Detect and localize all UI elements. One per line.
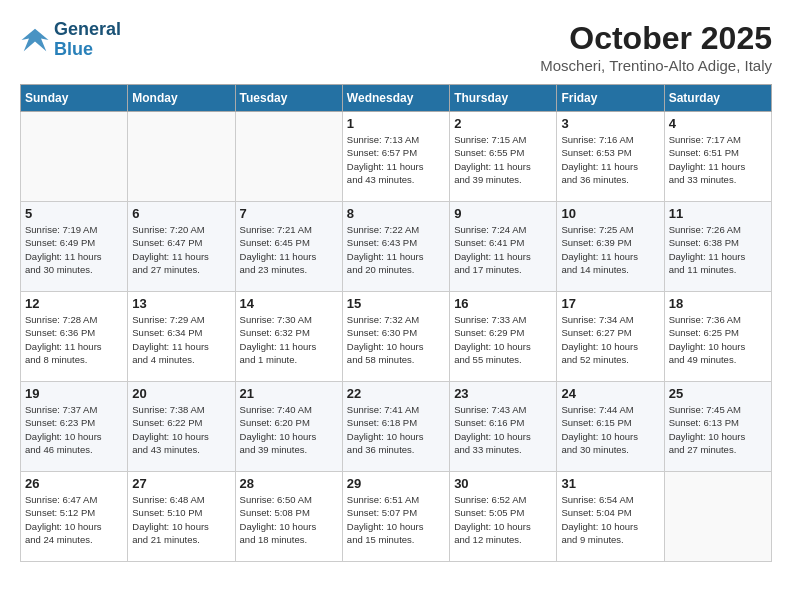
day-info: Sunrise: 7:26 AM Sunset: 6:38 PM Dayligh… xyxy=(669,223,767,276)
weekday-header-tuesday: Tuesday xyxy=(235,85,342,112)
day-info: Sunrise: 7:34 AM Sunset: 6:27 PM Dayligh… xyxy=(561,313,659,366)
calendar-day-20: 20Sunrise: 7:38 AM Sunset: 6:22 PM Dayli… xyxy=(128,382,235,472)
calendar-week-5: 26Sunrise: 6:47 AM Sunset: 5:12 PM Dayli… xyxy=(21,472,772,562)
day-number: 22 xyxy=(347,386,445,401)
calendar-day-25: 25Sunrise: 7:45 AM Sunset: 6:13 PM Dayli… xyxy=(664,382,771,472)
calendar-day-12: 12Sunrise: 7:28 AM Sunset: 6:36 PM Dayli… xyxy=(21,292,128,382)
day-number: 1 xyxy=(347,116,445,131)
day-number: 6 xyxy=(132,206,230,221)
svg-marker-0 xyxy=(22,29,49,52)
day-number: 14 xyxy=(240,296,338,311)
day-number: 21 xyxy=(240,386,338,401)
day-number: 27 xyxy=(132,476,230,491)
day-number: 10 xyxy=(561,206,659,221)
day-number: 30 xyxy=(454,476,552,491)
day-number: 18 xyxy=(669,296,767,311)
day-number: 23 xyxy=(454,386,552,401)
logo-text: General Blue xyxy=(54,20,121,60)
day-number: 26 xyxy=(25,476,123,491)
calendar-day-21: 21Sunrise: 7:40 AM Sunset: 6:20 PM Dayli… xyxy=(235,382,342,472)
calendar-week-2: 5Sunrise: 7:19 AM Sunset: 6:49 PM Daylig… xyxy=(21,202,772,292)
day-info: Sunrise: 7:32 AM Sunset: 6:30 PM Dayligh… xyxy=(347,313,445,366)
day-info: Sunrise: 7:16 AM Sunset: 6:53 PM Dayligh… xyxy=(561,133,659,186)
calendar-day-14: 14Sunrise: 7:30 AM Sunset: 6:32 PM Dayli… xyxy=(235,292,342,382)
day-info: Sunrise: 6:50 AM Sunset: 5:08 PM Dayligh… xyxy=(240,493,338,546)
calendar-day-empty xyxy=(21,112,128,202)
weekday-header-saturday: Saturday xyxy=(664,85,771,112)
logo: General Blue xyxy=(20,20,121,60)
calendar-day-6: 6Sunrise: 7:20 AM Sunset: 6:47 PM Daylig… xyxy=(128,202,235,292)
calendar-day-3: 3Sunrise: 7:16 AM Sunset: 6:53 PM Daylig… xyxy=(557,112,664,202)
calendar-day-30: 30Sunrise: 6:52 AM Sunset: 5:05 PM Dayli… xyxy=(450,472,557,562)
weekday-header-wednesday: Wednesday xyxy=(342,85,449,112)
day-info: Sunrise: 7:22 AM Sunset: 6:43 PM Dayligh… xyxy=(347,223,445,276)
day-info: Sunrise: 7:19 AM Sunset: 6:49 PM Dayligh… xyxy=(25,223,123,276)
calendar-day-5: 5Sunrise: 7:19 AM Sunset: 6:49 PM Daylig… xyxy=(21,202,128,292)
calendar-day-empty xyxy=(128,112,235,202)
calendar-day-17: 17Sunrise: 7:34 AM Sunset: 6:27 PM Dayli… xyxy=(557,292,664,382)
calendar-day-27: 27Sunrise: 6:48 AM Sunset: 5:10 PM Dayli… xyxy=(128,472,235,562)
calendar-day-empty xyxy=(664,472,771,562)
day-info: Sunrise: 7:21 AM Sunset: 6:45 PM Dayligh… xyxy=(240,223,338,276)
day-info: Sunrise: 6:48 AM Sunset: 5:10 PM Dayligh… xyxy=(132,493,230,546)
calendar-week-4: 19Sunrise: 7:37 AM Sunset: 6:23 PM Dayli… xyxy=(21,382,772,472)
calendar-day-22: 22Sunrise: 7:41 AM Sunset: 6:18 PM Dayli… xyxy=(342,382,449,472)
day-info: Sunrise: 7:45 AM Sunset: 6:13 PM Dayligh… xyxy=(669,403,767,456)
day-info: Sunrise: 7:44 AM Sunset: 6:15 PM Dayligh… xyxy=(561,403,659,456)
day-number: 20 xyxy=(132,386,230,401)
day-number: 9 xyxy=(454,206,552,221)
day-number: 24 xyxy=(561,386,659,401)
day-number: 19 xyxy=(25,386,123,401)
day-number: 5 xyxy=(25,206,123,221)
day-number: 31 xyxy=(561,476,659,491)
calendar-day-13: 13Sunrise: 7:29 AM Sunset: 6:34 PM Dayli… xyxy=(128,292,235,382)
day-info: Sunrise: 7:36 AM Sunset: 6:25 PM Dayligh… xyxy=(669,313,767,366)
calendar-day-8: 8Sunrise: 7:22 AM Sunset: 6:43 PM Daylig… xyxy=(342,202,449,292)
day-number: 11 xyxy=(669,206,767,221)
day-info: Sunrise: 7:17 AM Sunset: 6:51 PM Dayligh… xyxy=(669,133,767,186)
calendar-day-23: 23Sunrise: 7:43 AM Sunset: 6:16 PM Dayli… xyxy=(450,382,557,472)
day-number: 16 xyxy=(454,296,552,311)
calendar-day-16: 16Sunrise: 7:33 AM Sunset: 6:29 PM Dayli… xyxy=(450,292,557,382)
calendar-day-empty xyxy=(235,112,342,202)
day-number: 3 xyxy=(561,116,659,131)
location-title: Moscheri, Trentino-Alto Adige, Italy xyxy=(540,57,772,74)
calendar-day-11: 11Sunrise: 7:26 AM Sunset: 6:38 PM Dayli… xyxy=(664,202,771,292)
day-info: Sunrise: 6:52 AM Sunset: 5:05 PM Dayligh… xyxy=(454,493,552,546)
day-info: Sunrise: 7:43 AM Sunset: 6:16 PM Dayligh… xyxy=(454,403,552,456)
calendar-day-1: 1Sunrise: 7:13 AM Sunset: 6:57 PM Daylig… xyxy=(342,112,449,202)
day-info: Sunrise: 7:33 AM Sunset: 6:29 PM Dayligh… xyxy=(454,313,552,366)
day-info: Sunrise: 7:41 AM Sunset: 6:18 PM Dayligh… xyxy=(347,403,445,456)
day-number: 28 xyxy=(240,476,338,491)
day-info: Sunrise: 7:20 AM Sunset: 6:47 PM Dayligh… xyxy=(132,223,230,276)
day-info: Sunrise: 7:37 AM Sunset: 6:23 PM Dayligh… xyxy=(25,403,123,456)
day-number: 2 xyxy=(454,116,552,131)
calendar-day-7: 7Sunrise: 7:21 AM Sunset: 6:45 PM Daylig… xyxy=(235,202,342,292)
day-number: 4 xyxy=(669,116,767,131)
calendar-week-3: 12Sunrise: 7:28 AM Sunset: 6:36 PM Dayli… xyxy=(21,292,772,382)
day-info: Sunrise: 7:25 AM Sunset: 6:39 PM Dayligh… xyxy=(561,223,659,276)
calendar-day-18: 18Sunrise: 7:36 AM Sunset: 6:25 PM Dayli… xyxy=(664,292,771,382)
page-header: General Blue October 2025 Moscheri, Tren… xyxy=(20,20,772,74)
day-info: Sunrise: 7:30 AM Sunset: 6:32 PM Dayligh… xyxy=(240,313,338,366)
calendar-day-4: 4Sunrise: 7:17 AM Sunset: 6:51 PM Daylig… xyxy=(664,112,771,202)
title-block: October 2025 Moscheri, Trentino-Alto Adi… xyxy=(540,20,772,74)
day-number: 13 xyxy=(132,296,230,311)
calendar-day-24: 24Sunrise: 7:44 AM Sunset: 6:15 PM Dayli… xyxy=(557,382,664,472)
calendar-table: SundayMondayTuesdayWednesdayThursdayFrid… xyxy=(20,84,772,562)
calendar-day-26: 26Sunrise: 6:47 AM Sunset: 5:12 PM Dayli… xyxy=(21,472,128,562)
day-number: 15 xyxy=(347,296,445,311)
day-info: Sunrise: 7:29 AM Sunset: 6:34 PM Dayligh… xyxy=(132,313,230,366)
day-number: 29 xyxy=(347,476,445,491)
calendar-week-1: 1Sunrise: 7:13 AM Sunset: 6:57 PM Daylig… xyxy=(21,112,772,202)
day-info: Sunrise: 7:40 AM Sunset: 6:20 PM Dayligh… xyxy=(240,403,338,456)
weekday-header-row: SundayMondayTuesdayWednesdayThursdayFrid… xyxy=(21,85,772,112)
month-title: October 2025 xyxy=(540,20,772,57)
day-number: 25 xyxy=(669,386,767,401)
weekday-header-thursday: Thursday xyxy=(450,85,557,112)
day-info: Sunrise: 6:51 AM Sunset: 5:07 PM Dayligh… xyxy=(347,493,445,546)
weekday-header-monday: Monday xyxy=(128,85,235,112)
calendar-day-19: 19Sunrise: 7:37 AM Sunset: 6:23 PM Dayli… xyxy=(21,382,128,472)
day-number: 8 xyxy=(347,206,445,221)
weekday-header-friday: Friday xyxy=(557,85,664,112)
